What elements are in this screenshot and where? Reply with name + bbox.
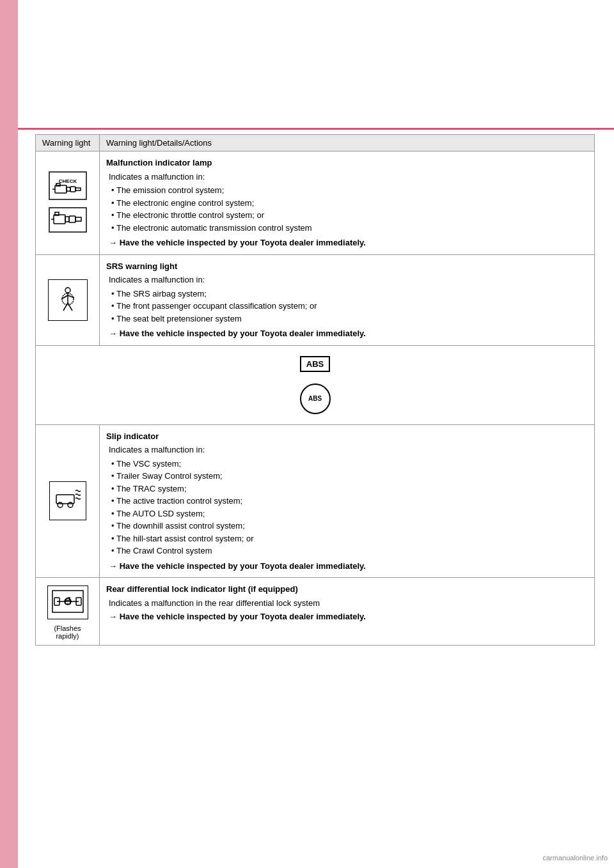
abs-circle-label: ABS (308, 395, 322, 402)
srs-svg (54, 285, 82, 313)
rear-diff-icon-cell: (Flashes rapidly) (36, 578, 100, 646)
svg-rect-10 (65, 217, 69, 222)
rear-diff-svg (52, 590, 84, 613)
left-sidebar-bar (0, 0, 18, 868)
rear-diff-details-cell: Rear differential lock indicator light (… (100, 578, 595, 646)
list-item: The emission control system; (111, 184, 588, 197)
slip-bullets: The VSC system; Trailer Sway Control sys… (106, 458, 588, 557)
malfunction-icon-cell: CHECK (36, 151, 100, 255)
svg-rect-30 (65, 600, 70, 604)
svg-point-15 (65, 288, 70, 293)
malfunction-details-cell: Malfunction indicator lamp Indicates a m… (100, 151, 595, 255)
srs-airbag-icon (48, 279, 88, 321)
srs-bullets: The SRS airbag system; The front passeng… (106, 288, 588, 325)
table-row: CHECK (36, 151, 595, 255)
svg-rect-11 (69, 216, 75, 222)
slip-indicator-icon (49, 481, 86, 520)
rear-diff-lock-icon (47, 585, 88, 619)
flashes-rapidly-text: (Flashes rapidly) (42, 624, 93, 640)
rear-diff-action: Have the vehicle inspected by your Toyot… (106, 610, 588, 623)
engine-svg-secondary (49, 207, 87, 233)
slip-subtitle: Indicates a malfunction in: (106, 444, 588, 456)
check-engine-svg: CHECK (49, 171, 87, 200)
list-item: The downhill assist control system; (111, 520, 588, 532)
list-item: The electronic engine control system; (111, 197, 588, 210)
slip-details-cell: Slip indicator Indicates a malfunction i… (100, 424, 595, 578)
check-engine-icon: CHECK (42, 171, 93, 202)
srs-icon-cell (36, 254, 100, 345)
srs-details-cell: SRS warning light Indicates a malfunctio… (100, 254, 595, 345)
abs-rectangle-icon: ABS (300, 356, 330, 372)
rear-diff-title: Rear differential lock indicator light (… (106, 583, 588, 596)
svg-point-24 (68, 502, 73, 508)
svg-rect-6 (56, 183, 60, 186)
svg-point-23 (58, 502, 63, 508)
watermark: carmanualonline.info (542, 854, 608, 862)
slip-svg (54, 486, 82, 514)
svg-rect-3 (67, 187, 70, 191)
list-item: The front passenger occupant classificat… (111, 300, 588, 313)
malfunction-action: Have the vehicle inspected by your Toyot… (106, 236, 588, 249)
svg-rect-4 (70, 187, 75, 192)
svg-rect-2 (55, 185, 67, 193)
main-content-area: Warning light Warning light/Details/Acti… (35, 0, 595, 646)
svg-line-19 (63, 303, 68, 311)
svg-text:CHECK: CHECK (58, 178, 77, 184)
svg-rect-13 (55, 212, 59, 215)
slip-icon-cell (36, 424, 100, 578)
list-item: The electronic automatic transmission co… (111, 222, 588, 235)
srs-subtitle: Indicates a malfunction in: (106, 274, 588, 286)
abs-circle-icon: ABS (300, 384, 331, 414)
table-row: ABS ABS (36, 345, 595, 424)
engine-icon-secondary (42, 207, 93, 235)
malfunction-bullets: The emission control system; The electro… (106, 184, 588, 234)
list-item: The electronic throttle control system; … (111, 209, 588, 222)
svg-rect-12 (75, 217, 81, 221)
abs-icons-cell: ABS ABS (36, 345, 595, 424)
pink-divider-line (18, 128, 614, 130)
table-row: SRS warning light Indicates a malfunctio… (36, 254, 595, 345)
slip-action: Have the vehicle inspected by your Toyot… (106, 560, 588, 573)
abs-icons-wrapper: ABS ABS (42, 353, 588, 417)
col-header-warning-light: Warning light (36, 135, 100, 151)
list-item: The seat belt pretensioner system (111, 313, 588, 325)
table-row: Slip indicator Indicates a malfunction i… (36, 424, 595, 578)
svg-rect-9 (54, 215, 65, 224)
rear-diff-subtitle: Indicates a malfunction in the rear diff… (106, 597, 588, 610)
malfunction-title: Malfunction indicator lamp (106, 157, 588, 169)
slip-title: Slip indicator (106, 430, 588, 443)
warning-lights-table: Warning light Warning light/Details/Acti… (35, 134, 595, 646)
list-item: The VSC system; (111, 458, 588, 470)
list-item: The TRAC system; (111, 483, 588, 495)
table-row: (Flashes rapidly) Rear differential lock… (36, 578, 595, 646)
list-item: The Crawl Control system (111, 545, 588, 557)
list-item: The active traction control system; (111, 495, 588, 508)
list-item: Trailer Sway Control system; (111, 470, 588, 483)
malfunction-subtitle: Indicates a malfunction in: (106, 171, 588, 183)
col-header-details: Warning light/Details/Actions (100, 135, 595, 151)
list-item: The AUTO LSD system; (111, 508, 588, 520)
srs-title: SRS warning light (106, 260, 588, 273)
svg-rect-5 (75, 188, 81, 190)
list-item: The hill-start assist control system; or (111, 532, 588, 545)
srs-action: Have the vehicle inspected by your Toyot… (106, 327, 588, 340)
list-item: The SRS airbag system; (111, 288, 588, 300)
